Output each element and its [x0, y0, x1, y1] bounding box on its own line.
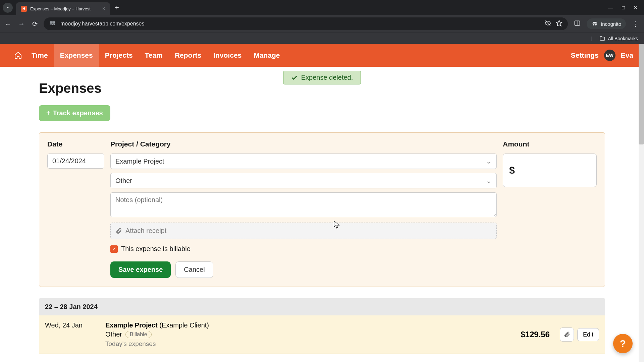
page-content: Expenses + Track expenses Date Project /…: [39, 67, 605, 354]
scrollbar-thumb[interactable]: [639, 44, 644, 144]
app-nav: TimeExpensesProjectsTeamReportsInvoicesM…: [0, 44, 644, 67]
billable-checkbox[interactable]: ✓: [110, 245, 118, 253]
attach-receipt-label: Attach receipt: [125, 227, 166, 235]
svg-rect-2: [50, 24, 52, 25]
toast-success: Expense deleted.: [283, 71, 361, 84]
bookmarks-bar: | All Bookmarks: [0, 33, 644, 44]
check-icon: [291, 74, 298, 81]
edit-expense-button[interactable]: Edit: [577, 328, 599, 341]
category-select-value: Other: [115, 177, 132, 185]
site-settings-icon[interactable]: [49, 20, 56, 28]
maximize-button[interactable]: □: [622, 5, 625, 11]
tab-search-button[interactable]: [3, 3, 13, 13]
incognito-chip[interactable]: Incognito: [587, 18, 626, 29]
track-expenses-button[interactable]: + Track expenses: [39, 105, 110, 121]
expense-row: Wed, 24 Jan Example Project (Example Cli…: [39, 315, 605, 354]
nav-settings[interactable]: Settings: [571, 51, 599, 59]
notes-textarea[interactable]: [110, 192, 497, 217]
expense-form: Date Project / Category Example Project …: [39, 132, 605, 287]
browser-tab[interactable]: H Expenses – Moodjoy – Harvest ×: [16, 2, 110, 15]
billable-pill: Billable: [125, 331, 152, 338]
expense-row-date: Wed, 24 Jan: [45, 321, 95, 348]
svg-rect-0: [50, 21, 52, 22]
expense-row-note: Today's expenses: [105, 340, 511, 348]
expense-row-project: Example Project (Example Client): [105, 321, 511, 329]
expense-row-category: Other Billable: [105, 330, 511, 338]
save-expense-button[interactable]: Save expense: [110, 261, 171, 278]
svg-marker-5: [556, 20, 562, 26]
chevron-down-icon: ⌄: [486, 157, 492, 165]
svg-point-9: [595, 24, 597, 25]
side-panel-icon[interactable]: [574, 20, 581, 28]
avatar[interactable]: EW: [604, 50, 615, 61]
project-select[interactable]: Example Project ⌄: [110, 154, 497, 169]
project-select-value: Example Project: [115, 158, 164, 165]
help-fab[interactable]: ?: [613, 334, 633, 353]
browser-tabstrip: H Expenses – Moodjoy – Harvest × + ― □ ✕: [0, 0, 644, 15]
tab-title: Expenses – Moodjoy – Harvest: [30, 6, 99, 11]
nav-projects[interactable]: Projects: [99, 44, 139, 67]
close-window-button[interactable]: ✕: [634, 5, 638, 11]
svg-point-8: [593, 24, 594, 25]
svg-rect-3: [53, 24, 55, 25]
label-date: Date: [47, 140, 104, 148]
nav-manage[interactable]: Manage: [248, 44, 286, 67]
toolbar-right: Incognito ⋮: [572, 18, 641, 29]
nav-expenses[interactable]: Expenses: [54, 44, 99, 67]
category-select[interactable]: Other ⌄: [110, 173, 497, 188]
vertical-scrollbar[interactable]: [639, 44, 644, 362]
cancel-button[interactable]: Cancel: [175, 261, 213, 278]
close-icon[interactable]: ×: [102, 6, 105, 12]
receipt-attachment-button[interactable]: [560, 327, 574, 342]
nav-time[interactable]: Time: [25, 44, 54, 67]
folder-icon: [599, 36, 605, 42]
label-project-category: Project / Category: [110, 140, 497, 148]
bookmark-star-icon[interactable]: [556, 20, 562, 28]
svg-rect-1: [53, 21, 55, 22]
amount-input[interactable]: $: [503, 154, 597, 187]
nav-home-button[interactable]: [11, 51, 25, 59]
paperclip-icon: [564, 331, 570, 338]
label-amount: Amount: [503, 140, 597, 148]
url-text: moodjoy.harvestapp.com/expenses: [60, 21, 145, 27]
paperclip-icon: [115, 228, 122, 234]
page-viewport: TimeExpensesProjectsTeamReportsInvoicesM…: [0, 44, 644, 362]
track-expenses-label: Track expenses: [53, 109, 103, 117]
nav-reports[interactable]: Reports: [169, 44, 207, 67]
browser-toolbar: ← → ⟳ moodjoy.harvestapp.com/expenses In…: [0, 15, 644, 33]
address-bar[interactable]: moodjoy.harvestapp.com/expenses: [44, 17, 568, 30]
favicon-icon: H: [21, 6, 27, 12]
expense-row-amount: $129.56: [521, 321, 550, 348]
new-tab-button[interactable]: +: [115, 3, 119, 12]
forward-button[interactable]: →: [17, 20, 26, 28]
billable-label: This expense is billable: [121, 245, 191, 253]
kebab-menu-icon[interactable]: ⋮: [632, 20, 639, 28]
minimize-button[interactable]: ―: [608, 5, 613, 11]
date-range-header: 22 – 28 Jan 2024: [39, 298, 605, 315]
nav-username[interactable]: Eva: [621, 51, 633, 59]
window-controls: ― □ ✕: [608, 5, 641, 11]
svg-rect-6: [575, 21, 580, 25]
currency-symbol: $: [509, 165, 515, 176]
date-input[interactable]: [47, 154, 104, 169]
toast-text: Expense deleted.: [301, 74, 353, 81]
nav-invoices[interactable]: Invoices: [207, 44, 248, 67]
plus-icon: +: [46, 109, 50, 117]
chevron-down-icon: ⌄: [486, 177, 492, 185]
tracking-off-icon[interactable]: [544, 20, 551, 28]
reload-button[interactable]: ⟳: [30, 20, 40, 28]
attach-receipt-button[interactable]: Attach receipt: [110, 223, 497, 239]
nav-team[interactable]: Team: [139, 44, 169, 67]
all-bookmarks-button[interactable]: All Bookmarks: [608, 36, 638, 41]
incognito-label: Incognito: [601, 21, 621, 27]
back-button[interactable]: ←: [3, 20, 13, 28]
